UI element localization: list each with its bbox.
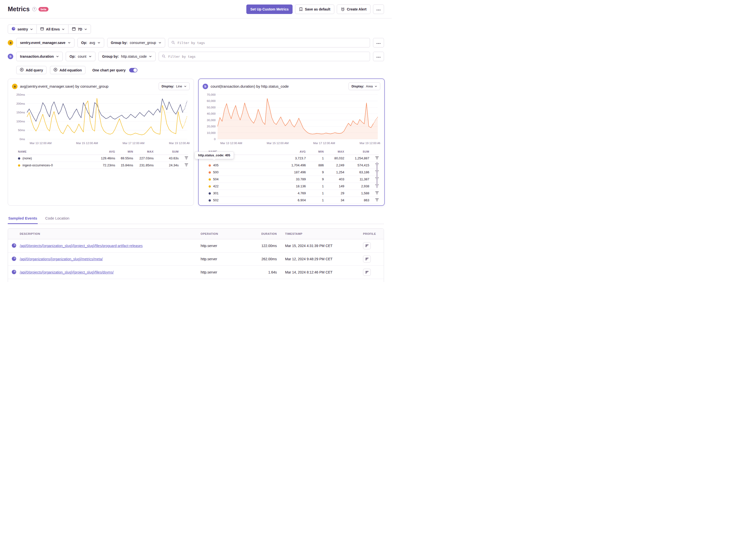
event-timestamp: Mar 14, 2024 8:12:46 PM CET (277, 266, 355, 279)
series-color-dot (18, 157, 20, 160)
col-header-timestamp: TIMESTAMP (277, 229, 355, 239)
project-selector[interactable]: sentry (8, 25, 36, 33)
profile-button[interactable] (363, 256, 371, 263)
display-type-selector-a[interactable]: Display: Line (159, 82, 190, 90)
summary-row[interactable]: (none)129.46ms69.55ms227.03ms43.63s (18, 155, 188, 162)
chart-title-b: count(transaction.duration) by http.stat… (211, 84, 289, 88)
row-filter-button[interactable] (185, 156, 188, 160)
tag-filter-input-a[interactable] (177, 41, 367, 45)
event-operation: http.server (201, 279, 253, 282)
series-avg-value: 18.136 (277, 183, 306, 190)
chart-panel-a[interactable]: a avg(sentry.event_manager.save) by cons… (8, 79, 194, 206)
metric-selector-b[interactable]: transaction.duration (16, 52, 63, 61)
summary-row[interactable]: 3014.7691291,588 (209, 190, 379, 197)
series-name-cell: 500 (209, 169, 277, 176)
event-description-link[interactable]: /api/0/organizations/{organization_slug}… (20, 257, 103, 261)
chevron-down-icon (149, 55, 152, 58)
summary-row[interactable]: 50433.789940311,387 (209, 176, 379, 183)
groupby-selector-b[interactable]: Group by: http.status_code (98, 52, 156, 61)
svg-text:200ms: 200ms (16, 102, 25, 105)
add-equation-button[interactable]: Add equation (50, 66, 85, 74)
display-type-selector-b[interactable]: Display: Area (349, 82, 380, 90)
row-filter-button[interactable] (375, 156, 379, 160)
chart-panel-b[interactable]: b count(transaction.duration) by http.st… (198, 79, 384, 206)
setup-custom-metrics-button[interactable]: Set Up Custom Metrics (246, 4, 293, 14)
series-max-value: 403 (324, 176, 344, 183)
series-max-value: 29 (324, 190, 344, 197)
event-description-link[interactable]: /api/0/projects/{organization_slug}/{pro… (20, 244, 143, 248)
summary-row[interactable]: 5026.904134863 (209, 197, 379, 204)
add-query-button[interactable]: Add query (16, 66, 46, 74)
filter-icon (375, 156, 379, 159)
area-chart[interactable]: 010,00020,00030,00040,00050,00060,00070,… (203, 92, 380, 146)
query-actions-row: Add query Add equation One chart per que… (16, 66, 384, 74)
sampled-events-table: DESCRIPTION OPERATION DURATION TIMESTAMP… (8, 228, 384, 282)
series-max-value: 34 (324, 197, 344, 204)
op-selector-a[interactable]: Op: avg (77, 38, 104, 47)
col-header-operation: OPERATION (201, 229, 253, 239)
chevron-down-icon (84, 28, 87, 31)
row-filter-button[interactable] (185, 163, 188, 167)
event-duration: 262.00ms (253, 253, 277, 266)
table-scrollbar[interactable] (376, 162, 378, 188)
series-avg-value: 72.23ms (86, 162, 115, 169)
help-icon[interactable]: ? (32, 7, 36, 11)
row-filter-button[interactable] (375, 198, 379, 202)
svg-text:Mar 17 12:00 AM: Mar 17 12:00 AM (313, 142, 335, 145)
series-avg-value: 129.46ms (86, 155, 115, 162)
series-sum-value: 43.63s (154, 155, 179, 162)
more-icon (377, 54, 380, 58)
series-avg-value: 3,723.7 (277, 155, 306, 162)
profile-button[interactable] (363, 242, 371, 249)
series-max-value: 1,254 (324, 169, 344, 176)
col-header-min: MIN (115, 149, 133, 155)
query-badge-a: a (8, 40, 13, 45)
col-header-name: NAME (18, 149, 86, 155)
page-header: Metrics ? beta Set Up Custom Metrics Sav… (0, 0, 392, 18)
series-name: 500 (213, 170, 219, 174)
svg-text:30,000: 30,000 (207, 119, 216, 122)
summary-row[interactable]: 4051,704.4968862,249574,415 (209, 162, 379, 169)
profile-flamegraph-icon (365, 244, 369, 247)
one-chart-per-query-toggle[interactable] (129, 68, 137, 72)
series-name-cell: ingest-occurrences-0 (18, 162, 86, 169)
summary-row[interactable]: 42218.13611492,938 (209, 183, 379, 190)
tab-sampled-events[interactable]: Sampled Events (8, 214, 38, 224)
event-duration: 240.00ms (253, 279, 277, 282)
create-alert-button[interactable]: Create Alert (337, 4, 371, 14)
svg-text:50ms: 50ms (18, 129, 25, 132)
series-max-value: 231.85ms (133, 162, 154, 169)
col-header-sum: SUM (344, 149, 369, 155)
svg-text:60,000: 60,000 (207, 99, 216, 102)
series-sum-value: 574,415 (344, 162, 369, 169)
series-color-dot (209, 178, 211, 181)
svg-text:Mar 15 12:00 AM: Mar 15 12:00 AM (76, 142, 98, 145)
series-min-value: 1 (306, 183, 324, 190)
tab-code-location[interactable]: Code Location (45, 214, 70, 224)
line-chart[interactable]: 0ms50ms100ms150ms200ms250msMar 13 12:00 … (12, 92, 190, 146)
series-color-dot (209, 199, 211, 202)
page-filter-bar: sentry All Envs 7D (8, 24, 91, 34)
event-description-link[interactable]: /api/0/projects/{organization_slug}/{pro… (20, 270, 114, 274)
save-as-default-button[interactable]: Save as default (295, 4, 334, 14)
date-range-selector[interactable]: 7D (68, 25, 91, 33)
summary-row[interactable]: 3,723.7180,0321,254,887 (209, 155, 379, 162)
tag-filter-input-b[interactable] (168, 54, 367, 59)
bookmark-icon (299, 7, 303, 11)
series-color-dot (209, 192, 211, 195)
query-more-button-a[interactable] (373, 38, 384, 47)
series-sum-value: 863 (344, 197, 369, 204)
summary-row[interactable]: 500187.49691,25463,186 (209, 169, 379, 176)
metric-selector-a[interactable]: sentry.event_manager.save (16, 38, 74, 47)
query-more-button-b[interactable] (373, 52, 384, 61)
summary-row[interactable]: ingest-occurrences-072.23ms15.84ms231.85… (18, 162, 188, 169)
groupby-selector-a[interactable]: Group by: consumer_group (107, 38, 165, 47)
row-filter-button[interactable] (375, 191, 379, 195)
profile-button[interactable] (363, 269, 371, 276)
environment-selector[interactable]: All Envs (36, 25, 68, 33)
series-name: 422 (213, 184, 219, 188)
header-more-button[interactable] (373, 4, 384, 14)
svg-text:Mar 19 12:00 AM: Mar 19 12:00 AM (169, 142, 190, 145)
op-selector-b[interactable]: Op: count (66, 52, 95, 61)
query-badge-b: b (8, 54, 13, 59)
